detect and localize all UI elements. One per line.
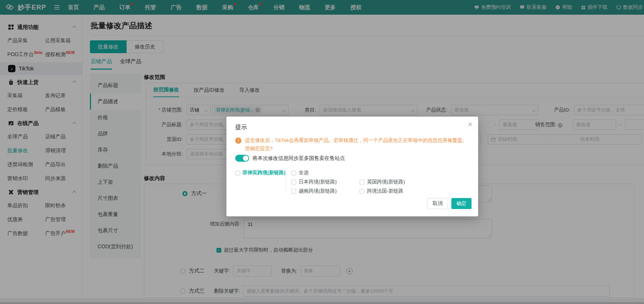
site-checkbox-japan[interactable]: 日本跨境(新链路) <box>291 179 360 185</box>
checkbox-icon[interactable] <box>291 189 296 194</box>
warning-text: 提交修改后，TikTok会再重新审核产品。若审核通过，同一个产品原先正在审核中的… <box>245 136 469 153</box>
checkbox-icon[interactable] <box>291 171 296 175</box>
checkbox-icon[interactable] <box>291 180 296 184</box>
divider <box>286 169 286 193</box>
site-checkbox-select-all[interactable]: 全选 <box>291 169 360 176</box>
site-checkbox-vietnam[interactable]: 越南跨境(新链路) <box>291 188 360 194</box>
sync-toggle-row: 将本次修改信息同步至多国售卖在售站点 <box>235 155 345 162</box>
checkbox-icon[interactable] <box>235 171 240 175</box>
toggle-knob <box>243 155 248 161</box>
checkbox-icon[interactable] <box>360 189 364 194</box>
site-checkbox-france[interactable]: 跨境法国-新链路 <box>360 188 428 194</box>
warning-icon: ! <box>235 138 241 144</box>
site-grid: 全选 日本跨境(新链路) 英国跨境(新链路) 越南跨境(新链路) 跨境法国-新链… <box>291 169 428 194</box>
site-checkbox-uk[interactable]: 英国跨境(新链路) <box>360 179 428 185</box>
site-checkbox-philippines[interactable]: 菲律宾跨境(新链路) <box>235 169 285 176</box>
cancel-button[interactable]: 取消 <box>427 198 448 209</box>
warning-message: ! 提交修改后，TikTok会再重新审核产品。若审核通过，同一个产品原先正在审核… <box>235 136 469 153</box>
dialog-footer: 取消 确定 <box>427 198 472 209</box>
sync-toggle-label: 将本次修改信息同步至多国售卖在售站点 <box>252 155 345 162</box>
checkbox-icon[interactable] <box>360 180 364 184</box>
close-icon[interactable]: × <box>468 120 472 129</box>
confirm-button[interactable]: 确定 <box>451 198 472 209</box>
erp-screen: 妙手ERP 首页 产品 订单 托管 广告 数据 采购 仓库 分销 物流 更多 授… <box>0 0 644 304</box>
sync-toggle[interactable] <box>235 155 249 162</box>
dialog-title: 提示 <box>235 124 247 131</box>
confirm-dialog: 提示 × ! 提交修改后，TikTok会再重新审核产品。若审核通过，同一个产品原… <box>226 117 478 216</box>
site-selection: 菲律宾跨境(新链路) 全选 日本跨境(新链路) 英国跨境(新链路) 越南跨境(新… <box>235 169 428 194</box>
